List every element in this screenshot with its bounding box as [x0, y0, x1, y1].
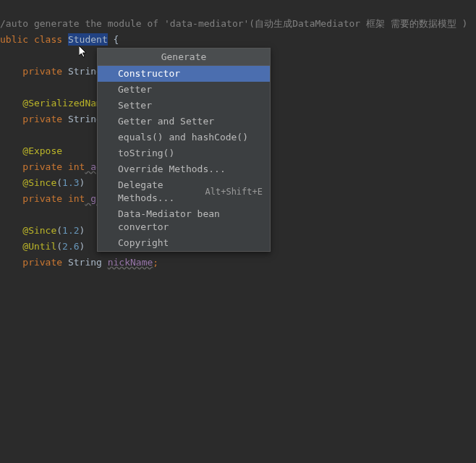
code-line: ublic class Student { — [0, 32, 476, 48]
code-line: private String nickName; — [0, 255, 476, 271]
keyword: class — [28, 34, 68, 45]
type: String — [62, 257, 108, 268]
popup-title: Generate — [98, 48, 270, 66]
keyword: private — [0, 193, 68, 204]
semicolon: ; — [153, 257, 158, 268]
paren: ( — [56, 225, 62, 236]
number: 1.3 — [62, 177, 79, 188]
brace: { — [108, 34, 119, 45]
paren: ( — [56, 177, 62, 188]
keyword: int — [68, 161, 85, 172]
popup-item-copyright[interactable]: Copyright — [98, 235, 270, 251]
popup-item-label: Data-Mediator bean convertor — [118, 208, 263, 234]
code-line: /auto generate the module of 'data-media… — [0, 16, 476, 32]
annotation: @Until — [0, 241, 56, 252]
popup-item-override-methods-[interactable]: Override Methods... — [98, 161, 270, 177]
keyword: private — [0, 161, 68, 172]
number: 1.2 — [62, 225, 79, 236]
popup-item-label: Constructor — [118, 67, 180, 80]
annotation: @Expose — [0, 145, 62, 156]
code-line — [0, 0, 476, 16]
popup-item-label: Copyright — [118, 237, 169, 250]
popup-item-data-mediator-bean-convertor[interactable]: Data-Mediator bean convertor — [98, 206, 270, 235]
popup-item-label: toString() — [118, 147, 174, 160]
popup-item-label: Getter — [118, 83, 152, 96]
paren: ) — [80, 177, 85, 188]
keyword: int — [68, 193, 85, 204]
popup-item-label: Setter — [118, 99, 152, 112]
popup-item-getter[interactable]: Getter — [98, 82, 270, 98]
popup-item-shortcut: Alt+Shift+E — [205, 185, 263, 198]
keyword: ublic — [0, 34, 28, 45]
popup-item-delegate-methods-[interactable]: Delegate Methods...Alt+Shift+E — [98, 177, 270, 206]
popup-item-equals-and-hashcode-[interactable]: equals() and hashCode() — [98, 129, 270, 145]
keyword: private — [0, 257, 62, 268]
comment-text: /auto generate the module of 'data-media… — [0, 18, 467, 29]
generate-popup-menu: Generate ConstructorGetterSetterGetter a… — [97, 48, 271, 252]
annotation: @Since — [0, 177, 56, 188]
popup-item-tostring-[interactable]: toString() — [98, 145, 270, 161]
popup-item-getter-and-setter[interactable]: Getter and Setter — [98, 114, 270, 129]
field: nickName — [108, 257, 153, 268]
paren: ) — [80, 225, 85, 236]
popup-item-label: equals() and hashCode() — [118, 131, 248, 144]
annotation: @Since — [0, 225, 56, 236]
popup-item-label: Getter and Setter — [118, 115, 214, 128]
number: 2.6 — [62, 241, 79, 252]
annotation: @SerializedName — [0, 98, 108, 109]
selected-text[interactable]: Student — [68, 33, 108, 46]
popup-item-label: Delegate Methods... — [118, 179, 205, 205]
popup-item-setter[interactable]: Setter — [98, 98, 270, 114]
keyword: private — [0, 66, 62, 77]
paren: ) — [80, 241, 85, 252]
keyword: private — [0, 114, 62, 124]
paren: ( — [56, 241, 62, 252]
popup-item-constructor[interactable]: Constructor — [98, 66, 270, 82]
popup-item-label: Override Methods... — [118, 163, 226, 176]
